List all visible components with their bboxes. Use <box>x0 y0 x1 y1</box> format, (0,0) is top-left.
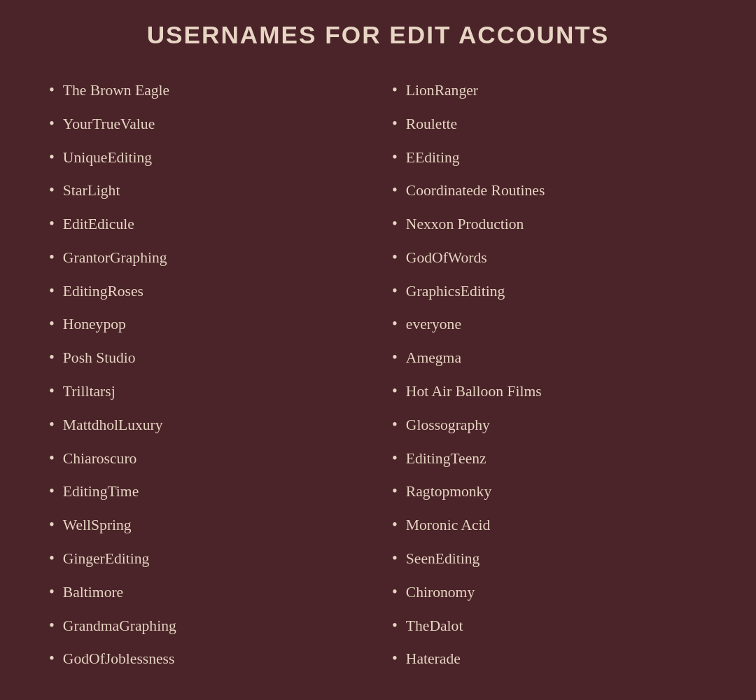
item-text: EditingTime <box>63 479 139 505</box>
list-item: StarLight <box>49 174 364 207</box>
left-column: The Brown EagleYourTrueValueUniqueEditin… <box>35 74 378 676</box>
item-text: Coordinatede Routines <box>406 178 545 204</box>
item-text: Nexxon Production <box>406 211 524 238</box>
list-item: Honeypop <box>49 307 364 341</box>
item-text: StarLight <box>63 178 120 204</box>
list-item: LionRanger <box>392 74 707 107</box>
list-item: YourTrueValue <box>49 107 364 141</box>
list-item: Nexxon Production <box>392 207 707 241</box>
item-text: Chiaroscuro <box>63 446 137 472</box>
list-item: Haterade <box>392 642 707 676</box>
item-text: YourTrueValue <box>63 111 155 138</box>
item-text: UniqueEditing <box>63 145 152 172</box>
item-text: Posh Studio <box>63 345 136 372</box>
list-item: SeenEditing <box>392 542 707 575</box>
item-text: Hot Air Balloon Films <box>406 379 542 405</box>
item-text: Roulette <box>406 111 457 138</box>
list-item: TheDalot <box>392 609 707 643</box>
list-item: Coordinatede Routines <box>392 174 707 207</box>
list-item: MattdholLuxury <box>49 408 364 442</box>
list-item: The Brown Eagle <box>49 74 364 107</box>
list-item: Chiaroscuro <box>49 442 364 475</box>
right-column: LionRangerRouletteEEditingCoordinatede R… <box>378 74 721 676</box>
item-text: EditEdicule <box>63 211 134 238</box>
list-item: WellSpring <box>49 508 364 542</box>
item-text: SeenEditing <box>406 546 480 573</box>
item-text: WellSpring <box>63 512 132 539</box>
list-item: Baltimore <box>49 575 364 609</box>
list-item: Roulette <box>392 107 707 141</box>
item-text: TheDalot <box>406 613 463 640</box>
page-title: Usernames for Edit Accounts <box>35 21 721 49</box>
list-item: GrandmaGraphing <box>49 609 364 643</box>
item-text: GrandmaGraphing <box>63 613 176 640</box>
list-item: EditingTeenz <box>392 442 707 475</box>
item-text: Glossography <box>406 412 490 439</box>
item-text: GraphicsEditing <box>406 279 505 305</box>
list-item: Chironomy <box>392 575 707 609</box>
list-item: EditEdicule <box>49 207 364 241</box>
list-item: Trilltarsj <box>49 374 364 408</box>
item-text: EditingRoses <box>63 279 144 305</box>
item-text: EEditing <box>406 145 460 172</box>
list-item: GingerEditing <box>49 542 364 575</box>
item-text: The Brown Eagle <box>63 78 169 104</box>
item-text: GingerEditing <box>63 546 150 573</box>
item-text: GrantorGraphing <box>63 245 167 272</box>
list-item: Ragtopmonky <box>392 475 707 508</box>
list-item: EditingRoses <box>49 274 364 308</box>
item-text: Amegma <box>406 345 461 372</box>
item-text: Chironomy <box>406 580 475 606</box>
item-text: EditingTeenz <box>406 446 486 472</box>
item-text: GodOfJoblessness <box>63 646 175 673</box>
item-text: LionRanger <box>406 78 478 104</box>
item-text: Ragtopmonky <box>406 479 491 505</box>
right-list: LionRangerRouletteEEditingCoordinatede R… <box>392 74 707 676</box>
list-item: Amegma <box>392 341 707 374</box>
list-item: Posh Studio <box>49 341 364 374</box>
item-text: GodOfWords <box>406 245 487 272</box>
left-list: The Brown EagleYourTrueValueUniqueEditin… <box>49 74 364 676</box>
list-item: GraphicsEditing <box>392 274 707 308</box>
list-item: Hot Air Balloon Films <box>392 374 707 408</box>
list-item: GrantorGraphing <box>49 241 364 274</box>
list-item: EEditing <box>392 141 707 174</box>
item-text: Baltimore <box>63 580 123 606</box>
list-item: Moronic Acid <box>392 508 707 542</box>
item-text: Haterade <box>406 646 461 673</box>
item-text: MattdholLuxury <box>63 412 163 439</box>
item-text: Trilltarsj <box>63 379 115 405</box>
item-text: Moronic Acid <box>406 512 491 539</box>
list-item: GodOfWords <box>392 241 707 274</box>
list-item: GodOfJoblessness <box>49 642 364 676</box>
item-text: Honeypop <box>63 312 126 338</box>
item-text: everyone <box>406 312 461 338</box>
list-item: EditingTime <box>49 475 364 508</box>
list-item: Glossography <box>392 408 707 442</box>
list-item: UniqueEditing <box>49 141 364 174</box>
columns-container: The Brown EagleYourTrueValueUniqueEditin… <box>35 74 721 676</box>
list-item: everyone <box>392 307 707 341</box>
